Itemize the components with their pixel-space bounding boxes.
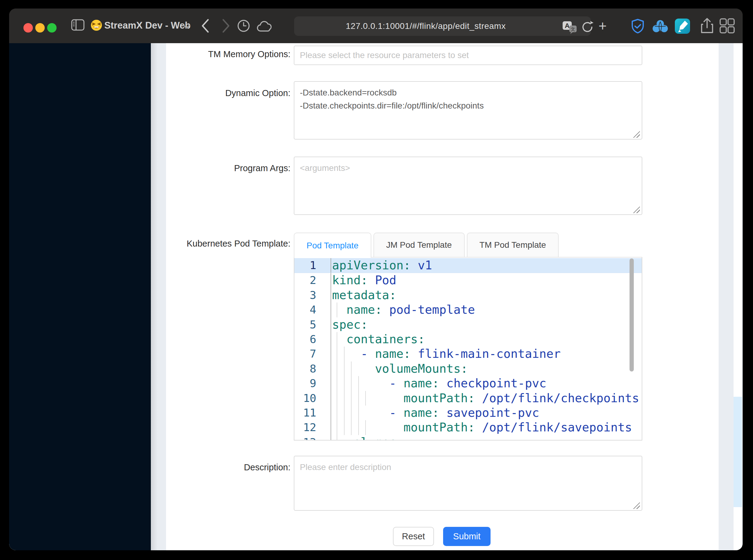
line-number: 3 [294,288,331,302]
url-text[interactable]: 127.0.0.1:10001/#/flink/app/edit_streamx [294,16,557,36]
indent-guide [344,361,344,376]
code-line-12: 12 mountPath: /opt/flink/savepoints [294,420,642,435]
highlighter-extension-icon[interactable] [675,18,690,34]
line-number: 8 [294,361,331,376]
line-number: 10 [294,391,331,405]
page-content: TM Memory Options: Dynamic Option: -Dsta… [9,43,743,550]
code-line-4: 4 name: pod-template [294,302,642,317]
description-label: Description: [132,462,291,473]
indent-guide [337,332,337,346]
petals-extension-icon[interactable] [652,19,669,34]
code-line-9: 9 - name: checkpoint-pvc [294,376,642,391]
indent-guide [358,420,359,435]
indent-guide [351,405,352,420]
indent-guide [358,405,359,420]
indent-guide [344,420,344,435]
browser-titlebar: StreamX Dev - Web 127.0.0.1:10001/#/flin… [9,8,743,43]
reload-icon[interactable] [581,20,594,34]
sidebar-shadow [151,43,158,550]
indent-guide [337,302,337,317]
indent-guide [337,346,337,361]
line-number: 2 [294,273,331,287]
url-bar[interactable]: 127.0.0.1:10001/#/flink/app/edit_streamx [294,16,591,36]
screenshot-root: StreamX Dev - Web 127.0.0.1:10001/#/flin… [0,0,753,560]
code-line-7: 7 - name: flink-main-container [294,346,642,361]
tab-jm-pod-template[interactable]: JM Pod Template [374,233,465,257]
tm-memory-options-label: TM Memory Options: [132,49,291,59]
line-number: 7 [294,346,331,361]
line-number: 13 [294,435,331,441]
tab-pod-template[interactable]: Pod Template [294,233,371,258]
browser-scrollbar-track[interactable] [734,43,742,550]
line-number: 11 [294,405,331,420]
code-line-2: 2kind: Pod [294,273,642,287]
line-number: 9 [294,376,331,391]
indent-guide [337,391,337,405]
tab-tm-pod-template[interactable]: TM Pod Template [467,233,559,257]
indent-guide [344,405,344,420]
reset-button[interactable]: Reset [393,527,434,546]
code-line-10: 10 mountPath: /opt/flink/checkpoints [294,391,642,405]
line-number: 1 [294,258,331,273]
new-tab-plus-icon[interactable]: + [598,18,607,34]
indent-guide [351,361,352,376]
code-line-11: 11 - name: savepoint-pvc [294,405,642,420]
chevron-down-icon[interactable] [182,24,191,29]
code-line-8: 8 volumeMounts: [294,361,642,376]
indent-guide [337,435,337,441]
code-line-6: 6 containers: [294,332,642,346]
line-number: 4 [294,302,331,317]
code-lines: 1apiVersion: v12kind: Pod3metadata:4 nam… [294,258,642,441]
shield-check-extension-icon[interactable] [630,18,646,34]
program-args-textarea[interactable] [294,157,642,215]
line-number: 12 [294,420,331,435]
program-args-label: Program Args: [132,163,291,173]
code-line-5: 5spec: [294,317,642,332]
svg-text:文: 文 [571,26,575,32]
share-icon[interactable] [699,18,715,34]
indent-guide [344,391,344,405]
zoom-window-button[interactable] [47,23,57,33]
editor-scrollbar-thumb[interactable] [630,258,634,372]
forward-button-icon[interactable] [221,18,231,34]
line-number: 5 [294,317,331,332]
yaml-code-editor[interactable]: 1apiVersion: v12kind: Pod3metadata:4 nam… [294,257,642,441]
sidebar-toggle-icon[interactable] [71,19,84,31]
back-button-icon[interactable] [201,18,210,34]
indent-guide [337,405,337,420]
scrollbar-highlight [734,397,742,507]
tm-memory-options-input[interactable] [294,46,642,65]
indent-guide [365,420,366,435]
tab-favicon-emoji-icon [91,19,102,31]
code-line-13: 13 volumes: [294,435,642,441]
dynamic-option-textarea[interactable]: -Dstate.backend=rocksdb -Dstate.checkpoi… [294,81,642,140]
indent-guide [351,391,352,405]
history-clock-icon[interactable] [237,19,251,33]
indent-guide [337,361,337,376]
description-textarea[interactable] [294,456,642,511]
indent-guide [351,376,352,391]
window-controls [23,23,57,33]
app-sidebar [9,43,151,550]
code-line-3: 3metadata: [294,288,642,302]
indent-guide [358,391,359,405]
minimize-window-button[interactable] [35,23,45,33]
dynamic-option-label: Dynamic Option: [132,88,291,98]
close-window-button[interactable] [23,23,33,33]
indent-guide [365,391,366,405]
pod-template-tabs: Pod TemplateJM Pod TemplateTM Pod Templa… [294,233,559,257]
icloud-icon[interactable] [256,21,274,33]
kubernetes-pod-template-label: Kubernetes Pod Template: [132,239,291,249]
indent-guide [337,420,337,435]
tab-overview-grid-icon[interactable] [719,18,735,34]
indent-guide [351,420,352,435]
submit-button[interactable]: Submit [443,527,491,546]
code-line-1: 1apiVersion: v1 [294,258,642,273]
indent-guide [358,376,359,391]
indent-guide [344,376,344,391]
indent-guide [344,346,344,361]
browser-window: StreamX Dev - Web 127.0.0.1:10001/#/flin… [9,8,743,550]
translate-icon[interactable]: A文 [562,21,578,34]
svg-text:A: A [565,22,570,29]
tab-title[interactable]: StreamX Dev - Web [104,20,191,31]
